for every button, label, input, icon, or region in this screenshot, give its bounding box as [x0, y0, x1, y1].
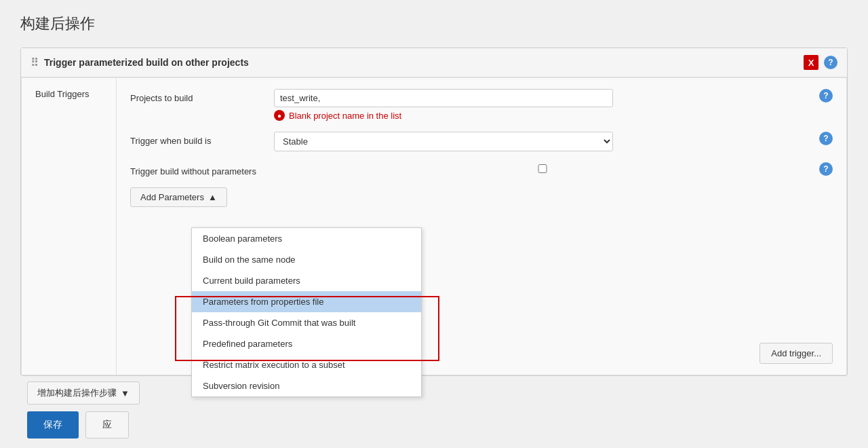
projects-label: Projects to build — [130, 89, 266, 103]
panel-body: Build Triggers Projects to build ● Blank… — [21, 77, 847, 375]
trigger-when-select[interactable]: Stable Successful Unstable Failed Any — [274, 132, 613, 151]
build-triggers-label: Build Triggers — [22, 78, 117, 375]
save-button[interactable]: 保存 — [27, 411, 79, 438]
trigger-without-help-button[interactable]: ? — [819, 162, 833, 176]
close-button[interactable]: X — [804, 55, 818, 70]
projects-input[interactable] — [274, 89, 613, 107]
trigger-when-help-button[interactable]: ? — [819, 132, 833, 145]
trigger-without-field — [274, 162, 811, 173]
dropdown-item-predefined[interactable]: Predefined parameters — [192, 333, 421, 354]
error-icon: ● — [274, 110, 285, 121]
add-step-label: 增加构建后操作步骤 — [37, 387, 117, 399]
add-parameters-label: Add Parameters — [140, 192, 204, 202]
dropdown-item-restrict-matrix[interactable]: Restrict matrix execution to a subset — [192, 354, 421, 375]
main-panel: ⠿ Trigger parameterized build on other p… — [20, 48, 848, 376]
bottom-bar: 增加构建后操作步骤 ▼ — [20, 381, 848, 405]
add-parameters-button[interactable]: Add Parameters ▲ — [130, 187, 227, 207]
page-title: 构建后操作 — [20, 14, 848, 34]
add-step-chevron-icon: ▼ — [121, 388, 130, 398]
panel-header: ⠿ Trigger parameterized build on other p… — [21, 48, 847, 77]
panel-title-text: Trigger parameterized build on other pro… — [44, 57, 249, 68]
projects-field: ● Blank project name in the list — [274, 89, 811, 121]
add-parameters-arrow-icon: ▲ — [208, 192, 217, 202]
panel-top-right: X ? — [804, 55, 837, 70]
panel-help-button[interactable]: ? — [824, 56, 837, 69]
dropdown-item-current-build[interactable]: Current build parameters — [192, 270, 421, 291]
dropdown-item-boolean[interactable]: Boolean parameters — [192, 228, 421, 249]
add-params-row: Add Parameters ▲ — [130, 187, 833, 207]
error-text: Blank project name in the list — [289, 111, 401, 121]
add-parameters-dropdown: Boolean parameters Build on the same nod… — [191, 227, 422, 397]
error-message: ● Blank project name in the list — [274, 110, 811, 121]
trigger-when-row: Trigger when build is Stable Successful … — [130, 132, 833, 151]
trigger-when-label: Trigger when build is — [130, 132, 266, 146]
page-container: 构建后操作 ⠿ Trigger parameterized build on o… — [0, 0, 868, 448]
projects-row: Projects to build ● Blank project name i… — [130, 89, 833, 121]
trigger-without-row: Trigger build without parameters ? — [130, 162, 833, 176]
dropdown-item-properties-file[interactable]: Parameters from properties file — [192, 291, 421, 312]
projects-help-button[interactable]: ? — [819, 89, 833, 102]
dropdown-item-subversion[interactable]: Subversion revision — [192, 375, 421, 396]
add-step-button[interactable]: 增加构建后操作步骤 ▼ — [27, 381, 140, 405]
trigger-without-label: Trigger build without parameters — [130, 162, 266, 176]
dropdown-item-same-node[interactable]: Build on the same node — [192, 249, 421, 270]
drag-handle-icon: ⠿ — [31, 56, 39, 69]
action-buttons-row: 保存 应 — [20, 411, 848, 438]
panel-header-title: ⠿ Trigger parameterized build on other p… — [31, 56, 249, 69]
add-trigger-button[interactable]: Add trigger... — [760, 343, 833, 364]
trigger-when-field: Stable Successful Unstable Failed Any — [274, 132, 811, 151]
trigger-without-checkbox[interactable] — [274, 164, 811, 173]
reset-button[interactable]: 应 — [85, 411, 129, 438]
dropdown-item-pass-through-git[interactable]: Pass-through Git Commit that was built — [192, 312, 421, 333]
